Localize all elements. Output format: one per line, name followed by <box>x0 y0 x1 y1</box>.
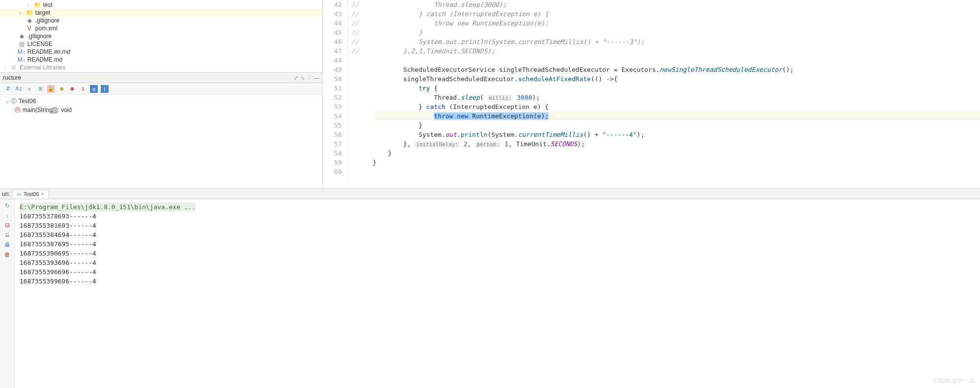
expand-icon[interactable]: ⤢ <box>294 75 298 81</box>
run-toolbar: ↻ ↓ ⊟ ⇊ 🖶 🗑 <box>0 199 15 388</box>
run-tab-icon: ▭ <box>17 191 22 197</box>
close-icon[interactable]: × <box>41 191 44 197</box>
structure-class[interactable]: ⌄ Ⓒ Test06 <box>0 97 322 106</box>
structure-title: ructure <box>3 74 21 81</box>
console-output[interactable]: E:\Program_Files\jdk1.8.0_151\bin\java.e… <box>15 199 980 388</box>
sort-alpha-icon[interactable]: Aᴢ <box>15 85 22 93</box>
run-label: un: <box>2 191 10 197</box>
sort-icon[interactable]: ⇵ <box>4 85 12 93</box>
anon-icon[interactable]: a <box>90 85 98 93</box>
filter-output-icon[interactable]: ⊟ <box>5 222 10 229</box>
code-content[interactable]: Thread.sleep(3000); } catch (Interrupted… <box>373 0 980 188</box>
structure-toolbar: ⇵ Aᴢ ≡ ⊞ 🔒 ◆ ◉ λ a I <box>0 83 322 95</box>
show-fields-icon[interactable]: ◆ <box>58 85 66 93</box>
show-methods-icon[interactable]: ◉ <box>68 85 76 93</box>
tree-item[interactable]: ▤LICENSE <box>0 40 322 48</box>
tree-item[interactable]: ›📁target <box>0 9 322 17</box>
delete-icon[interactable]: 🗑 <box>4 251 10 258</box>
tree-item[interactable]: ›⊞External Libraries <box>0 64 322 71</box>
inherited-icon[interactable]: I <box>101 85 109 93</box>
project-structure-panel: ›📁test›📁target◆.gitignoreVpom.xml◆.gitig… <box>0 0 323 188</box>
line-gutter: 42434445464748495051525354555657585960 <box>323 0 348 188</box>
structure-window-controls[interactable]: ⤢ ⤡ ⋮ — <box>294 75 319 81</box>
tree-item[interactable]: ◆.gitignore <box>0 32 322 40</box>
show-icon[interactable]: ⊞ <box>36 85 44 93</box>
tree-item[interactable]: Vpom.xml <box>0 24 322 32</box>
fold-column: //////////// <box>348 0 373 188</box>
structure-method[interactable]: ⓜ main(String[]): void <box>0 106 322 114</box>
lambda-icon[interactable]: λ <box>79 85 87 93</box>
structure-body: ⌄ Ⓒ Test06 ⓜ main(String[]): void <box>0 95 322 116</box>
run-tabs: un: ▭ Test06 × <box>0 189 980 199</box>
structure-header: ructure ⤢ ⤡ ⋮ — <box>0 72 322 83</box>
scroll-icon[interactable]: ⇊ <box>5 232 10 238</box>
filter-icon[interactable]: ≡ <box>25 85 33 93</box>
run-panel: un: ▭ Test06 × ↻ ↓ ⊟ ⇊ 🖶 🗑 E:\Program_Fi… <box>0 188 980 388</box>
lock-icon[interactable]: 🔒 <box>47 85 55 93</box>
print-icon[interactable]: 🖶 <box>4 241 10 248</box>
rerun-icon[interactable]: ↻ <box>5 202 10 209</box>
run-tab-active[interactable]: ▭ Test06 × <box>12 190 49 198</box>
tree-item[interactable]: M↓README.en.md <box>0 48 322 56</box>
stop-icon[interactable]: ↓ <box>6 212 9 219</box>
tree-item[interactable]: ◆.gitignore <box>0 17 322 24</box>
tree-item[interactable]: ›📁test <box>0 1 322 9</box>
settings-icon[interactable]: ⋮ <box>307 75 312 81</box>
watermark: CSDN @舒一笑 <box>933 377 975 385</box>
minimize-icon[interactable]: — <box>314 75 319 81</box>
tree-item[interactable]: M↓README.md <box>0 56 322 64</box>
collapse-icon[interactable]: ⤡ <box>300 75 305 81</box>
project-tree[interactable]: ›📁test›📁target◆.gitignoreVpom.xml◆.gitig… <box>0 0 322 72</box>
code-editor[interactable]: 42434445464748495051525354555657585960 /… <box>323 0 980 188</box>
